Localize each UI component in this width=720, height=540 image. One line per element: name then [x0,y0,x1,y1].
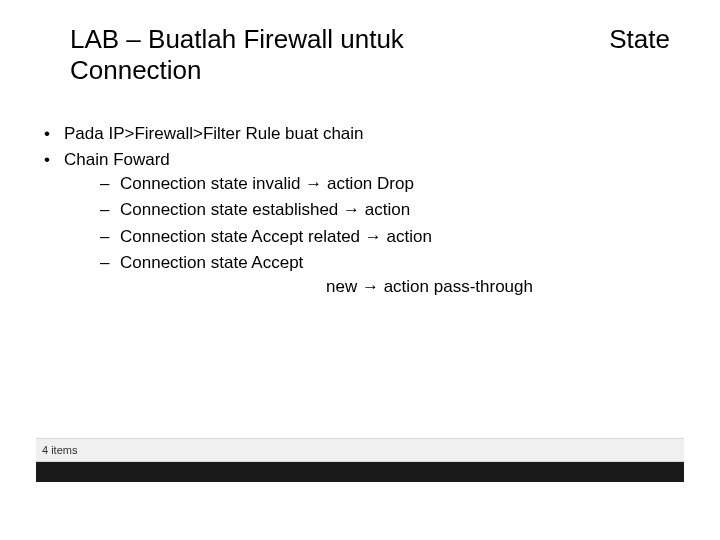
list-item: Connection state Accept related → action [64,225,660,249]
window-frame [36,462,684,482]
list-item: Pada IP>Firewall>Filter Rule buat chain [34,122,660,146]
sub-list: Connection state invalid → action Drop C… [64,172,660,299]
list-item: Connection state established → action [64,198,660,222]
slide-title: LAB – Buatlah Firewall untuk Connection [70,24,410,85]
title-row: LAB – Buatlah Firewall untuk Connection … [70,24,696,85]
list-item: Connection state Accept new → action pas… [64,251,660,299]
list-item-text: Chain Foward [64,150,170,169]
body-text: Pada IP>Firewall>Filter Rule buat chain … [34,122,660,301]
list-item-continuation: new → action pass-through [120,275,660,299]
slide-title-right: State [410,24,696,55]
list-item-text: Connection state Accept [120,253,303,272]
list-item: Chain Foward Connection state invalid → … [34,148,660,299]
status-bar: 4 items [36,438,684,462]
bullet-list: Pada IP>Firewall>Filter Rule buat chain … [34,122,660,299]
list-item: Connection state invalid → action Drop [64,172,660,196]
status-text: 4 items [42,444,77,456]
slide: LAB – Buatlah Firewall untuk Connection … [0,0,720,540]
